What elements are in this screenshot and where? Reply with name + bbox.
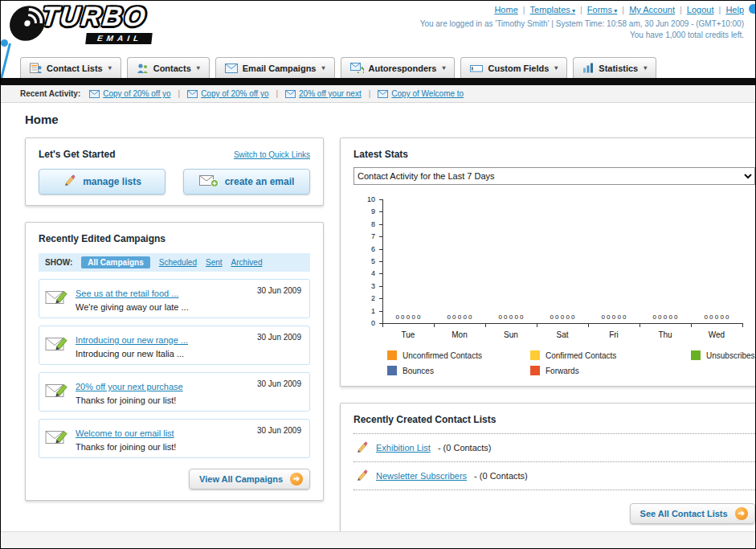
logo-text: TURBO EMAIL: [39, 2, 156, 44]
envelope-pencil-icon: [45, 380, 69, 405]
campaign-date: 30 Jun 2009: [257, 333, 301, 342]
view-all-campaigns-button[interactable]: View All Campaigns ➜: [189, 469, 310, 490]
campaign-date: 30 Jun 2009: [257, 286, 301, 295]
chevron-down-icon: ▾: [442, 64, 445, 72]
pencil-icon: [355, 441, 369, 454]
envelope-icon: [378, 90, 388, 98]
chevron-down-icon: ▾: [108, 64, 112, 72]
right-column: Latest Stats Contact Activity for the La…: [340, 137, 755, 531]
campaign-row: 20% off your next purchaseThanks for joi…: [39, 372, 310, 412]
arrow-right-icon: ➜: [735, 507, 748, 520]
chart-x-tick: [382, 323, 383, 327]
contact-list-count: - (0 Contacts): [474, 471, 528, 481]
chevron-down-icon: ▾: [570, 7, 575, 14]
recent-activity-items: Copy of 20% off yo|Copy of 20% off yo|20…: [89, 89, 464, 98]
recent-activity-link[interactable]: Copy of 20% off yo: [103, 89, 170, 98]
campaign-title-link[interactable]: Welcome to our email list: [76, 428, 174, 438]
campaign-subtitle: Introducing our new Italia ...: [76, 349, 188, 358]
nav-tab-label: Autoresponders: [369, 64, 437, 73]
header-links: Home|Templates ▾|Forms ▾|My Account|Logo…: [420, 5, 744, 14]
chart-y-tick-label: 4: [353, 269, 375, 277]
legend-swatch: [387, 366, 397, 375]
top-header: TURBO EMAIL Home|Templates ▾|Forms ▾|My …: [1, 1, 755, 54]
chevron-down-icon: ▾: [554, 64, 558, 72]
chart-x-tick: [691, 323, 692, 327]
campaign-tab-sent[interactable]: Sent: [206, 258, 223, 267]
contact-list-items: Exhibition List- (0 Contacts)Newsletter …: [353, 433, 755, 490]
chevron-down-icon: ▾: [321, 64, 325, 72]
header-link-templates[interactable]: Templates ▾: [530, 5, 575, 14]
campaign-tab-archived[interactable]: Archived: [231, 258, 263, 267]
nav-tab-statistics[interactable]: Statistics▾: [573, 57, 656, 78]
chart-value-labels: 0 0 0 0 0: [691, 313, 742, 321]
campaign-subtitle: Thanks for joining our list!: [76, 395, 183, 405]
switch-quick-links-link[interactable]: Switch to Quick Links: [234, 150, 310, 159]
contact-list-row: Exhibition List- (0 Contacts): [353, 434, 755, 462]
nav-tab-custom-fields[interactable]: Custom Fields▾: [460, 57, 567, 78]
link-separator: |: [523, 5, 525, 14]
recent-activity-link[interactable]: 20% off your next: [299, 89, 362, 98]
legend-item-unsubscribes: Unsubscribes: [691, 350, 755, 360]
app-window: TURBO EMAIL Home|Templates ▾|Forms ▾|My …: [0, 0, 756, 549]
header-link-my-account[interactable]: My Account: [629, 5, 675, 14]
legend-swatch: [691, 350, 701, 360]
link-separator: |: [276, 89, 278, 98]
campaign-subtitle: Thanks for joining our list!: [76, 442, 176, 452]
legend-item-forwards: Forwards: [530, 366, 691, 375]
manage-lists-label: manage lists: [83, 176, 141, 187]
header-link-home[interactable]: Home: [494, 5, 517, 14]
nav-tab-contact-lists[interactable]: Contact Lists▾: [20, 57, 121, 78]
create-email-button[interactable]: create an email: [183, 169, 310, 195]
chart-x-tick-label: Thu: [640, 330, 691, 339]
campaign-title-link[interactable]: 20% off your next purchase: [76, 382, 183, 391]
stats-chart: 0123456789100 0 0 0 0Tue0 0 0 0 0Mon0 0 …: [353, 195, 755, 349]
turbo-email-logo: TURBO EMAIL: [6, 2, 156, 44]
recent-activity-item: Copy of 20% off yo: [187, 89, 268, 98]
chart-x-tick: [537, 323, 537, 327]
contact-list-link[interactable]: Newsletter Subscribers: [376, 471, 467, 481]
create-email-label: create an email: [225, 176, 295, 187]
envelope-plus-icon: [199, 174, 219, 190]
nav-divider-bar: [1, 78, 755, 85]
envelope-icon: [89, 90, 100, 98]
header-right: Home|Templates ▾|Forms ▾|My Account|Logo…: [420, 5, 744, 39]
see-all-contact-lists-label: See All Contact Lists: [640, 509, 728, 518]
campaign-title-link[interactable]: See us at the retail food ...: [76, 289, 178, 298]
campaign-tab-scheduled[interactable]: Scheduled: [159, 258, 197, 267]
campaign-title-link[interactable]: Introducing our new range ...: [76, 335, 188, 345]
see-all-contact-lists-button[interactable]: See All Contact Lists ➜: [630, 503, 755, 524]
chart-x-tick-label: Fri: [588, 330, 640, 339]
recent-activity-item: Copy of Welcome to: [378, 89, 464, 98]
chart-y-tick-label: 3: [353, 282, 375, 290]
header-link-logout[interactable]: Logout: [687, 5, 714, 14]
recent-activity-link[interactable]: Copy of 20% off yo: [201, 89, 268, 98]
recent-activity-link[interactable]: Copy of Welcome to: [391, 89, 464, 98]
header-link-forms[interactable]: Forms ▾: [587, 5, 617, 14]
recent-campaigns-panel: Recently Edited Campaigns SHOW: All Camp…: [25, 222, 324, 501]
chart-value-labels: 0 0 0 0 0: [485, 313, 537, 321]
legend-label: Unconfirmed Contacts: [403, 351, 482, 360]
manage-lists-button[interactable]: manage lists: [39, 169, 166, 195]
contact-list-link[interactable]: Exhibition List: [376, 443, 431, 453]
chart-x-tick-label: Sat: [537, 330, 588, 339]
chart-x-tick: [485, 323, 486, 327]
pencil-icon: [355, 469, 369, 482]
link-separator: |: [580, 5, 582, 14]
statistics-icon: [582, 63, 594, 73]
nav-tab-autoresponders[interactable]: Autoresponders▾: [341, 57, 456, 78]
chart-y-tick-label: 6: [353, 245, 375, 253]
nav-tab-label: Contacts: [153, 64, 191, 73]
header-link-help[interactable]: Help: [725, 5, 744, 14]
nav-tab-email-campaigns[interactable]: Email Campaigns▾: [215, 57, 335, 78]
arrow-right-icon: ➜: [290, 473, 303, 485]
recent-activity-item: 20% off your next: [285, 89, 362, 98]
legend-label: Bounces: [403, 367, 434, 375]
envelope-pencil-icon: [45, 427, 69, 452]
campaign-filter-bar: SHOW: All CampaignsScheduledSentArchived: [39, 253, 310, 272]
chart-y-tick: [379, 249, 382, 250]
envelope-pencil-icon: [45, 287, 69, 312]
nav-tab-contacts[interactable]: Contacts▾: [127, 57, 210, 78]
contact-lists-icon: [30, 63, 42, 73]
stats-range-select[interactable]: Contact Activity for the Last 7 Days: [353, 167, 755, 185]
campaign-tab-all-campaigns[interactable]: All Campaigns: [81, 256, 149, 268]
